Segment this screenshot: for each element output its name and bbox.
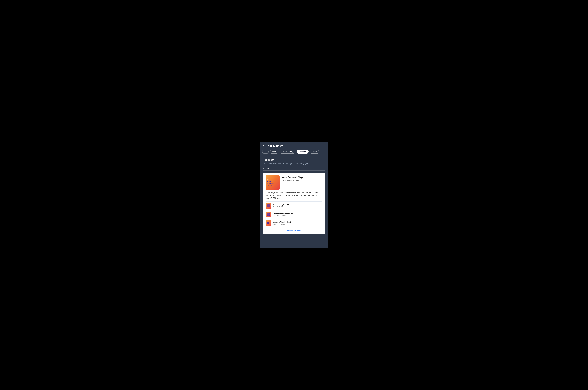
tab-shared-gallery[interactable]: Shared Gallery <box>280 150 295 154</box>
episode-meta-2: Oct 8, 2017 | 34mins <box>273 215 322 216</box>
thumbnail-gradient: WiX YOUR PODCAST PLAYER <box>266 176 280 190</box>
episode-meta-1: Oct 8, 2017 | 24mins <box>273 206 322 208</box>
tab-partial[interactable]: es <box>262 150 269 154</box>
podcast-author: The Wix Podcast Team <box>282 179 305 181</box>
episode-title-1: Customizing Your Player <box>273 204 322 206</box>
podcast-name: Your Podcast Player <box>282 176 305 179</box>
panel-title: Add Element <box>267 144 283 147</box>
tabs-row: es Store Shared Gallery Podcasts Forms <box>260 150 328 155</box>
podcast-thumbnail: WiX YOUR PODCAST PLAYER <box>266 176 280 190</box>
thumbnail-text: YOUR PODCAST PLAYER <box>267 181 274 186</box>
episode-details-2: Designing Episode Pages Oct 8, 2017 | 34… <box>273 212 322 216</box>
tab-forms[interactable]: Forms <box>310 150 319 154</box>
content-area: Podcasts Feature and stream podcasts to … <box>260 156 328 248</box>
episode-item[interactable]: Updating Your Podcast Oct 8, 2017 | 34mi… <box>266 219 322 227</box>
add-element-panel: × Add Element es Store Shared Gallery Po… <box>260 142 328 248</box>
podcast-card-header: WiX YOUR PODCAST PLAYER Your Podcast Pla… <box>266 176 322 190</box>
section-heading: Podcasts <box>263 158 325 161</box>
episode-title-2: Designing Episode Pages <box>273 212 322 214</box>
episode-thumb-inner-1 <box>267 204 270 207</box>
episode-details-1: Customizing Your Player Oct 8, 2017 | 24… <box>273 204 322 208</box>
panel-header: × Add Element <box>260 142 328 150</box>
subsection-label: Podcasts <box>263 167 325 169</box>
tab-store[interactable]: Store <box>270 150 278 154</box>
podcast-info: Your Podcast Player The Wix Podcast Team <box>282 176 305 190</box>
episode-details-3: Updating Your Podcast Oct 8, 2017 | 34mi… <box>273 221 322 225</box>
episode-thumbnail-3 <box>266 220 271 226</box>
episode-meta-3: Oct 8, 2017 | 34mins <box>273 223 322 225</box>
episode-thumb-inner-2 <box>267 213 270 216</box>
episode-thumbnail-2 <box>266 212 271 217</box>
episode-thumb-inner-3 <box>267 222 269 224</box>
section-description: Feature and stream podcasts to keep your… <box>263 162 325 165</box>
subsection-divider <box>263 170 325 171</box>
podcast-card[interactable]: WiX YOUR PODCAST PLAYER Your Podcast Pla… <box>263 173 325 235</box>
episode-item[interactable]: Designing Episode Pages Oct 8, 2017 | 34… <box>266 210 322 219</box>
episode-title-3: Updating Your Podcast <box>273 221 322 223</box>
episode-list: Customizing Your Player Oct 8, 2017 | 24… <box>266 201 322 227</box>
episode-thumbnail-1 <box>266 203 271 209</box>
episode-item[interactable]: Customizing Your Player Oct 8, 2017 | 24… <box>266 201 322 210</box>
thumbnail-wix-label: WiX <box>267 179 269 180</box>
tab-podcasts[interactable]: Podcasts <box>297 150 309 154</box>
close-button[interactable]: × <box>262 144 266 147</box>
podcast-description: All the info, audio or video that's need… <box>266 192 322 199</box>
view-all-episodes-button[interactable]: View all episodes <box>266 227 322 232</box>
close-icon: × <box>263 145 265 147</box>
